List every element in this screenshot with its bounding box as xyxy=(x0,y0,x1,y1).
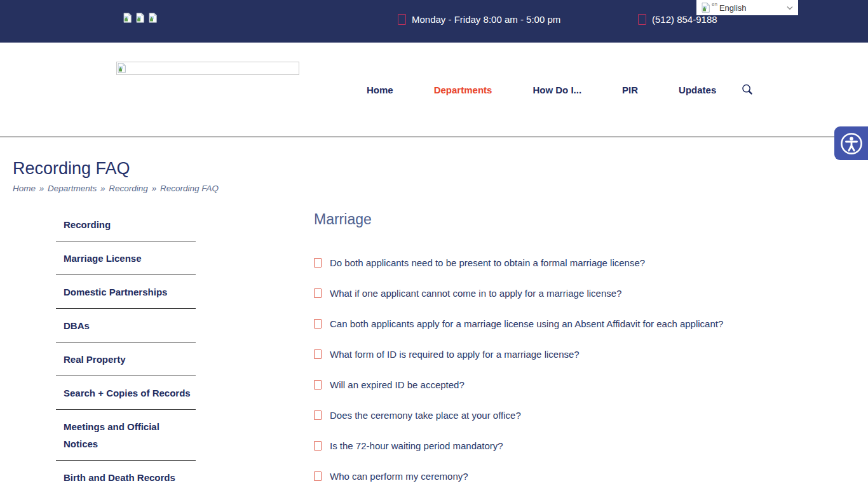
sidebar-item-recording[interactable]: Recording xyxy=(56,208,196,241)
faq-question[interactable]: Will an expired ID be accepted? xyxy=(314,369,867,400)
phone-broken-image-icon xyxy=(638,14,646,25)
sidebar-item-real-property[interactable]: Real Property xyxy=(56,342,196,376)
breadcrumb-departments[interactable]: Departments xyxy=(48,184,97,193)
breadcrumb-separator: » xyxy=(97,184,109,193)
faq-question-text: Who can perform my ceremony? xyxy=(330,471,468,482)
broken-image-icon[interactable] xyxy=(136,13,144,23)
breadcrumb-recording[interactable]: Recording xyxy=(109,184,148,193)
nav-item-how-do-i[interactable]: How Do I... xyxy=(532,85,581,95)
language-dropdown[interactable]: en English xyxy=(696,0,798,15)
breadcrumb-separator: » xyxy=(148,184,160,193)
office-hours-text: Monday - Friday 8:00 am - 5:00 pm xyxy=(412,14,560,25)
faq-question[interactable]: Does the ceremony take place at your off… xyxy=(314,400,867,430)
sidebar-item-meetings-and-official-notices[interactable]: Meetings and Official Notices xyxy=(56,410,196,461)
sidebar-item-marriage-license[interactable]: Marriage License xyxy=(56,241,196,275)
accessibility-icon xyxy=(840,132,863,155)
broken-image-bullet-icon xyxy=(314,471,322,481)
faq-question-list: Do both applicants need to be present to… xyxy=(314,247,867,488)
faq-question[interactable]: Is the 72-hour waiting period mandatory? xyxy=(314,430,867,461)
breadcrumb-home[interactable]: Home xyxy=(13,184,36,193)
faq-question-text: What form of ID is required to apply for… xyxy=(330,349,580,360)
faq-question-text: What if one applicant cannot come in to … xyxy=(330,288,621,299)
clock-broken-image-icon xyxy=(398,14,406,25)
faq-question[interactable]: What form of ID is required to apply for… xyxy=(314,339,867,369)
broken-image-bullet-icon xyxy=(314,410,322,420)
main-nav: HomeDepartmentsHow Do I...PIRUpdates xyxy=(367,85,716,95)
faq-question-text: Will an expired ID be accepted? xyxy=(330,379,465,390)
faq-question[interactable]: Do both applicants need to be present to… xyxy=(314,247,867,278)
social-icons-row xyxy=(123,13,157,23)
phone-number: (512) 854-9188 xyxy=(638,14,717,25)
site-logo-broken-image[interactable] xyxy=(116,62,299,75)
office-hours: Monday - Friday 8:00 am - 5:00 pm xyxy=(398,14,560,25)
broken-image-bullet-icon xyxy=(314,288,322,298)
language-code: en xyxy=(712,1,717,7)
broken-image-icon[interactable] xyxy=(123,13,132,23)
nav-item-departments[interactable]: Departments xyxy=(434,85,492,95)
chevron-down-icon xyxy=(787,6,793,10)
sidebar-item-domestic-partnerships[interactable]: Domestic Partnerships xyxy=(56,275,196,309)
search-icon[interactable] xyxy=(741,83,755,97)
faq-question-text: Is the 72-hour waiting period mandatory? xyxy=(330,440,503,451)
language-label: English xyxy=(719,3,747,13)
broken-image-icon[interactable] xyxy=(149,13,157,23)
faq-question-text: Do both applicants need to be present to… xyxy=(330,257,645,268)
broken-image-bullet-icon xyxy=(314,319,322,329)
accessibility-widget-button[interactable] xyxy=(834,126,868,160)
faq-question-text: Does the ceremony take place at your off… xyxy=(330,410,521,421)
broken-image-bullet-icon xyxy=(314,258,322,268)
phone-number-text[interactable]: (512) 854-9188 xyxy=(652,14,717,25)
broken-image-bullet-icon xyxy=(314,380,322,390)
faq-question[interactable]: Who can perform my ceremony? xyxy=(314,461,867,488)
broken-image-icon xyxy=(118,63,126,73)
sidebar-nav: RecordingMarriage LicenseDomestic Partne… xyxy=(56,208,196,488)
faq-question[interactable]: What if one applicant cannot come in to … xyxy=(314,278,867,308)
top-utility-bar: Monday - Friday 8:00 am - 5:00 pm (512) … xyxy=(0,0,868,43)
broken-image-bullet-icon xyxy=(314,349,322,359)
sidebar-item-birth-and-death-records[interactable]: Birth and Death Records xyxy=(56,461,196,488)
flag-broken-image-icon xyxy=(702,3,710,13)
faq-question-text: Can both applicants apply for a marriage… xyxy=(330,318,723,329)
nav-item-home[interactable]: Home xyxy=(367,85,393,95)
breadcrumb: Home » Departments » Recording » Recordi… xyxy=(13,184,219,193)
nav-item-updates[interactable]: Updates xyxy=(679,85,716,95)
faq-question[interactable]: Can both applicants apply for a marriage… xyxy=(314,308,867,339)
page-title: Recording FAQ xyxy=(13,159,130,179)
broken-image-bullet-icon xyxy=(314,441,322,451)
sidebar-item-dbas[interactable]: DBAs xyxy=(56,309,196,342)
breadcrumb-separator: » xyxy=(36,184,48,193)
site-header: HomeDepartmentsHow Do I...PIRUpdates xyxy=(0,43,868,137)
breadcrumb-recording-faq: Recording FAQ xyxy=(160,184,219,193)
section-title: Marriage xyxy=(314,211,372,228)
nav-item-pir[interactable]: PIR xyxy=(622,85,638,95)
sidebar-item-search-copies-of-records[interactable]: Search + Copies of Records xyxy=(56,376,196,410)
